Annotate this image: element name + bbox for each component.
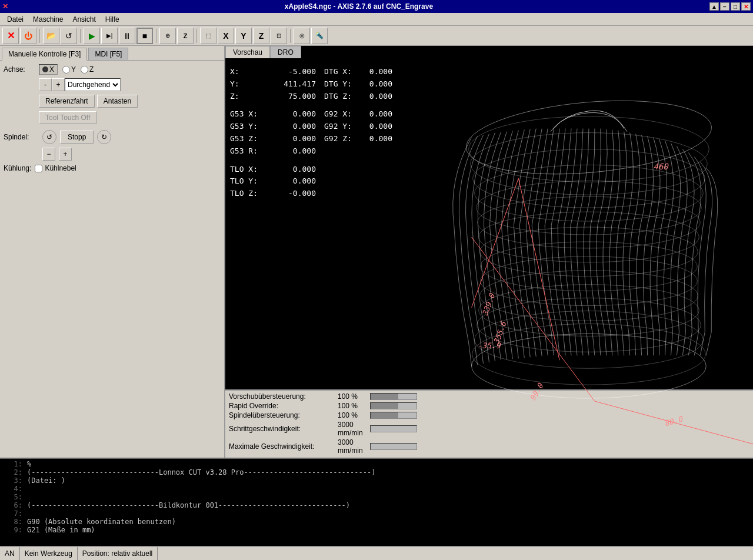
wp-btn[interactable]: ⊡ (271, 28, 287, 44)
dro-z-value: 75.000 (275, 91, 316, 103)
tloy-label: TLO Y: (230, 175, 271, 188)
tab-mdi[interactable]: MDI [F5] (88, 48, 128, 60)
tab-manual-control[interactable]: Manuelle Kontrolle [F3] (2, 48, 87, 61)
dro-dtgx-value: 0.000 (360, 66, 392, 78)
annot-80: 80.0 (664, 415, 684, 428)
referenzfahrt-btn[interactable]: Referenzfahrt (39, 95, 95, 108)
annot-neg35: -35.9 (478, 341, 501, 350)
left-panel: Manuelle Kontrolle [F3] MDI [F5] Achse: … (0, 46, 225, 458)
g53r-label: G53 R: (230, 145, 271, 158)
spindle-cw-btn[interactable]: ↻ (97, 130, 111, 144)
reload-btn[interactable]: ↺ (61, 28, 77, 44)
win-up-btn[interactable]: ▲ (709, 2, 719, 11)
radio-x-dot (42, 66, 48, 72)
g92z-value: 0.000 (360, 133, 392, 145)
svg-point-11 (481, 256, 698, 306)
dro-x-label: X: (230, 66, 271, 78)
menubar: Datei Maschine Ansicht Hilfe (0, 13, 753, 26)
max-speed-slider[interactable] (370, 443, 417, 450)
spindel-slider[interactable] (370, 412, 417, 419)
g53y-value: 0.000 (275, 121, 316, 133)
tool-touch-btn[interactable]: Tool Touch Off (39, 111, 96, 124)
spindle-stopp-btn[interactable]: Stopp (60, 131, 94, 144)
dro-x-value: -5.000 (275, 66, 316, 78)
gcode-panel[interactable]: 1: % 2: (------------------------------L… (0, 458, 753, 546)
tool-value: Kein Werkzeug (25, 549, 72, 558)
win-close-btn[interactable]: ✕ (741, 2, 751, 11)
gcode-line-1: 1: % (4, 460, 749, 468)
svg-line-17 (472, 178, 519, 307)
run-btn[interactable]: ▶ (84, 28, 100, 44)
step-btn[interactable]: ▶| (101, 28, 118, 44)
dro-y-value: 411.417 (275, 78, 316, 91)
tab-vorschau[interactable]: Vorschau (225, 46, 270, 58)
x-btn[interactable]: X (218, 28, 234, 44)
jog-plus-btn[interactable]: + (52, 78, 65, 91)
y-btn[interactable]: Y (235, 28, 252, 44)
dro-dtgz-value: 0.000 (360, 91, 392, 103)
g53-row-y: G53 Y: 0.000 G92 Y: 0.000 (230, 121, 392, 133)
camera-btn[interactable]: 🔦 (311, 28, 328, 44)
gcode-line-7: 7: (4, 509, 749, 518)
estop2-btn[interactable]: ⏻ (20, 28, 36, 44)
estop-btn[interactable]: ✕ (2, 28, 19, 44)
tloz-label: TLO Z: (230, 188, 271, 200)
tlox-label: TLO X: (230, 164, 271, 176)
radio-z-input[interactable] (81, 66, 88, 74)
schritt-slider[interactable] (370, 425, 417, 432)
gcode-line-5: 5: (4, 493, 749, 501)
antasten-btn[interactable]: Antasten (97, 95, 138, 108)
origin-btn[interactable]: ⊕ (159, 28, 176, 44)
radio-y-input[interactable] (62, 66, 70, 74)
spindle-ccw-btn[interactable]: ↺ (42, 130, 56, 144)
spindle-speed-minus[interactable]: − (42, 148, 55, 161)
dro-dtgy-label: DTG Y: (324, 78, 356, 91)
menu-hilfe[interactable]: Hilfe (101, 14, 124, 25)
radio-z[interactable]: Z (81, 65, 94, 74)
dro-dtgy-value: 0.000 (360, 78, 392, 91)
pause-btn[interactable]: ⏸ (119, 28, 135, 44)
radio-y-label: Y (71, 65, 76, 74)
laser-btn[interactable]: ◎ (294, 28, 310, 44)
spindle-speed-plus[interactable]: + (59, 148, 72, 161)
rapid-slider[interactable] (370, 402, 417, 409)
g53r-value: 0.000 (275, 145, 316, 158)
dro-z-label: Z: (230, 91, 271, 103)
jog-distance-select[interactable]: Durchgehend (65, 78, 121, 91)
menu-datei[interactable]: Datei (2, 14, 28, 25)
sep5 (290, 29, 291, 43)
menu-maschine[interactable]: Maschine (28, 14, 68, 25)
sep4 (196, 29, 197, 43)
svg-point-10 (481, 242, 698, 291)
sep3 (156, 29, 156, 43)
spindel-row: Spindel: ↺ Stopp ↻ (4, 130, 221, 144)
z-touch-btn[interactable]: Z (177, 28, 194, 44)
preview-tabs: Vorschau DRO (225, 46, 301, 58)
tab-dro[interactable]: DRO (270, 46, 301, 58)
svg-line-20 (595, 401, 753, 458)
jog-minus-btn[interactable]: - (39, 78, 52, 91)
kuhlnebel-checkbox[interactable] (35, 165, 42, 172)
kuhlung-label: Kühlung: (4, 164, 31, 172)
menu-ansicht[interactable]: Ansicht (68, 14, 100, 25)
gcode-line-8: 8: G90 (Absolute koordinaten benutzen) (4, 518, 749, 526)
achse-row: Achse: X Y Z (4, 64, 221, 75)
radio-y[interactable]: Y (62, 65, 76, 74)
radio-z-label: Z (89, 65, 94, 74)
svg-point-8 (479, 212, 699, 262)
dro-dtgx-label: DTG X: (324, 66, 356, 78)
vorschub-slider[interactable] (370, 393, 417, 400)
limit-btn[interactable]: ⬚ (200, 28, 216, 44)
stop-btn[interactable]: ■ (136, 28, 153, 44)
gcode-line-9: 9: G21 (Maße in mm) (4, 526, 749, 534)
tlox-value: 0.000 (275, 164, 316, 176)
kuhlnebel-checkbox-label[interactable]: Kühlnebel (35, 164, 76, 172)
z-btn[interactable]: Z (253, 28, 269, 44)
spindel-label: Spindel: (4, 133, 39, 141)
status-position: Position: relativ aktuell (78, 547, 158, 560)
gcode-line-6: 6: (------------------------------Bildko… (4, 501, 749, 509)
win-max-btn[interactable]: □ (731, 2, 740, 11)
win-min-btn[interactable]: − (720, 2, 729, 11)
toolbar: ✕ ⏻ 📂 ↺ ▶ ▶| ⏸ ■ ⊕ Z ⬚ X Y Z ⊡ ◎ 🔦 (0, 26, 753, 46)
open-btn[interactable]: 📂 (43, 28, 59, 44)
